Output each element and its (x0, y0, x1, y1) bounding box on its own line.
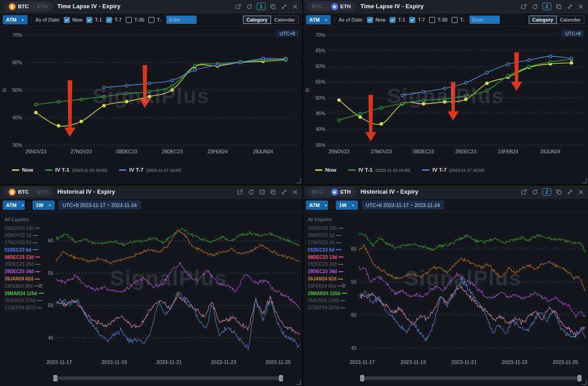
checkbox-t-30[interactable]: T-30 (126, 17, 144, 23)
asset-tab-eth[interactable]: ◆ ETH (327, 2, 355, 11)
legend-item[interactable]: IV T-7(2023-11-17 16:00) (119, 167, 181, 173)
expiry-item[interactable]: 25NOV23 23h (5, 225, 35, 231)
export-icon[interactable] (235, 3, 242, 10)
checkbox-checked-icon[interactable] (64, 17, 70, 23)
checkbox-unchecked-icon[interactable] (148, 17, 154, 23)
checkbox-checked-icon[interactable] (367, 17, 373, 23)
asset-tab-eth[interactable]: ETH (33, 188, 52, 196)
checkbox-checked-icon[interactable] (409, 17, 415, 23)
expiry-item[interactable]: 01DEC23 6d (5, 247, 35, 252)
expiry-item[interactable]: 29DEC23 34d (308, 269, 338, 274)
expiry-item[interactable]: 27NOV23 2d (5, 240, 35, 246)
legend-item[interactable]: IV T-1(2023-11-23 16:00) (348, 167, 410, 173)
expiry-item[interactable]: 29MAR24 125d (308, 291, 338, 296)
t-custom-input[interactable]: Enter (166, 16, 197, 24)
expiry-item[interactable]: 28JUN24 216d (5, 298, 35, 303)
expiry-item[interactable]: 29DEC23 34d (5, 269, 35, 274)
expand-icon[interactable] (566, 189, 573, 196)
asset-tab-eth[interactable]: ETH (33, 2, 52, 11)
close-icon[interactable] (577, 189, 584, 196)
expand-icon[interactable] (566, 3, 573, 10)
copy-icon[interactable] (555, 189, 562, 196)
expiry-item[interactable]: 15DEC23 20d (5, 262, 35, 267)
strike-select[interactable]: ATM ▼ (306, 15, 331, 24)
expiry-item[interactable]: 23FEB24 90d (5, 283, 35, 289)
legend-item[interactable]: Now (315, 167, 336, 173)
time-range-slider[interactable] (55, 371, 281, 385)
checkbox-t-[interactable]: T- (452, 17, 464, 23)
window-count-badge[interactable]: 2 (543, 3, 551, 10)
time-range-slider[interactable] (362, 371, 580, 385)
expiry-item[interactable]: 01DEC23 6d (308, 247, 338, 252)
strike-select[interactable]: ATM ▼ (3, 15, 28, 24)
expiry-item[interactable]: 25NOV23 23h (308, 225, 338, 231)
resize-corner[interactable] (582, 380, 587, 385)
view-calendar-button[interactable]: Calendar (556, 16, 584, 24)
view-calendar-button[interactable]: Calendar (271, 16, 299, 24)
window-count-badge[interactable]: 2 (543, 188, 551, 196)
period-select[interactable]: 1W ▼ (336, 201, 358, 210)
slider-handle-left[interactable] (360, 375, 364, 381)
asset-tab-btc[interactable]: BTC (308, 188, 327, 196)
expand-icon[interactable] (281, 3, 288, 10)
checkbox-checked-icon[interactable] (106, 17, 112, 23)
export-icon[interactable] (237, 189, 243, 196)
export-icon[interactable] (520, 3, 527, 10)
checkbox-t-30[interactable]: T-30 (429, 17, 447, 23)
export-icon[interactable] (520, 189, 527, 196)
checkbox-unchecked-icon[interactable] (452, 17, 458, 23)
checkbox-t-7[interactable]: T-7 (409, 17, 425, 23)
slider-handle-right[interactable] (279, 375, 283, 381)
legend-item[interactable]: Now (12, 167, 33, 173)
copy-icon[interactable] (270, 189, 277, 196)
asset-tab-btc[interactable]: ฿ BTC (5, 2, 33, 11)
t-custom-input[interactable]: Enter (469, 16, 500, 24)
strike-select[interactable]: ATM ▼ (306, 201, 328, 210)
refresh-icon[interactable] (248, 189, 254, 196)
expiry-item[interactable]: 08DEC23 13d (308, 254, 338, 260)
resize-corner[interactable] (296, 380, 301, 385)
asset-tab-btc[interactable]: BTC (308, 2, 327, 11)
close-icon[interactable] (577, 3, 584, 10)
close-icon[interactable] (292, 3, 299, 10)
refresh-icon[interactable] (246, 3, 253, 10)
expiry-item[interactable]: 08DEC23 13d (5, 254, 35, 260)
asset-tab-btc[interactable]: ฿ BTC (5, 188, 33, 196)
checkbox-unchecked-icon[interactable] (429, 17, 435, 23)
checkbox-now[interactable]: Now (64, 17, 82, 23)
legend-item[interactable]: IV T-7(2023-11-17 16:00) (422, 167, 484, 173)
slider-track[interactable] (362, 376, 580, 380)
window-icon[interactable] (259, 189, 266, 196)
expiry-item[interactable]: 26NOV23 1d (5, 233, 35, 238)
expiry-item[interactable]: 23FEB24 90d (308, 283, 338, 289)
slider-track[interactable] (55, 376, 281, 380)
refresh-icon[interactable] (531, 189, 538, 196)
refresh-icon[interactable] (531, 3, 538, 10)
checkbox-now[interactable]: Now (367, 17, 385, 23)
close-icon[interactable] (292, 189, 299, 196)
checkbox-unchecked-icon[interactable] (126, 17, 132, 23)
legend-item[interactable]: IV T-1(2023-11-23 16:00) (45, 167, 107, 173)
expiry-item[interactable]: 26JAN24 62d (5, 276, 35, 282)
expiry-item[interactable]: 27NOV23 2d (308, 240, 338, 246)
asset-tab-eth[interactable]: ◆ ETH (327, 188, 355, 196)
view-category-button[interactable]: Category (243, 16, 271, 24)
strike-select[interactable]: ATM ▼ (3, 201, 25, 210)
expand-icon[interactable] (281, 189, 288, 196)
copy-icon[interactable] (270, 3, 277, 10)
checkbox-checked-icon[interactable] (390, 17, 396, 23)
slider-handle-left[interactable] (53, 375, 57, 381)
expiry-item[interactable]: 15DEC23 20d (308, 262, 338, 267)
checkbox-t-1[interactable]: T-1 (390, 17, 405, 23)
period-select[interactable]: 1W ▼ (33, 201, 55, 210)
expiry-item[interactable]: 26JAN24 62d (308, 276, 338, 282)
expiry-item[interactable]: 29MAR24 125d (5, 291, 35, 296)
view-category-button[interactable]: Category (529, 16, 557, 24)
checkbox-t-[interactable]: T- (148, 17, 161, 23)
expiry-item[interactable]: 26NOV23 1d (308, 233, 338, 238)
resize-corner[interactable] (296, 179, 301, 183)
expiry-item[interactable]: 28JUN24 216d (308, 298, 338, 303)
expiry-item[interactable]: 27SEP24 307d (5, 305, 35, 311)
slider-handle-right[interactable] (577, 375, 582, 381)
checkbox-t-7[interactable]: T-7 (106, 17, 122, 23)
